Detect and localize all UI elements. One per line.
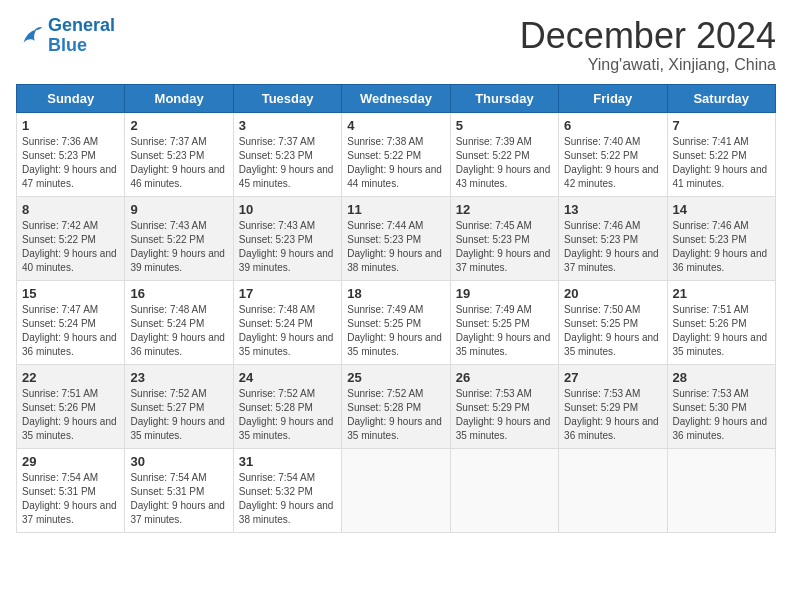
calendar-cell: 27Sunrise: 7:53 AMSunset: 5:29 PMDayligh…: [559, 364, 667, 448]
calendar-cell: 25Sunrise: 7:52 AMSunset: 5:28 PMDayligh…: [342, 364, 450, 448]
col-header-wednesday: Wednesday: [342, 84, 450, 112]
calendar-cell: 16Sunrise: 7:48 AMSunset: 5:24 PMDayligh…: [125, 280, 233, 364]
calendar-cell: 10Sunrise: 7:43 AMSunset: 5:23 PMDayligh…: [233, 196, 341, 280]
day-number: 5: [456, 118, 553, 133]
day-detail: Sunrise: 7:50 AMSunset: 5:25 PMDaylight:…: [564, 303, 661, 359]
calendar-week-1: 1Sunrise: 7:36 AMSunset: 5:23 PMDaylight…: [17, 112, 776, 196]
day-number: 2: [130, 118, 227, 133]
day-number: 28: [673, 370, 770, 385]
col-header-tuesday: Tuesday: [233, 84, 341, 112]
calendar-cell: [342, 448, 450, 532]
day-detail: Sunrise: 7:51 AMSunset: 5:26 PMDaylight:…: [22, 387, 119, 443]
day-detail: Sunrise: 7:46 AMSunset: 5:23 PMDaylight:…: [564, 219, 661, 275]
day-number: 24: [239, 370, 336, 385]
calendar-cell: 18Sunrise: 7:49 AMSunset: 5:25 PMDayligh…: [342, 280, 450, 364]
day-number: 19: [456, 286, 553, 301]
day-number: 23: [130, 370, 227, 385]
day-detail: Sunrise: 7:53 AMSunset: 5:29 PMDaylight:…: [456, 387, 553, 443]
day-detail: Sunrise: 7:38 AMSunset: 5:22 PMDaylight:…: [347, 135, 444, 191]
day-number: 1: [22, 118, 119, 133]
day-number: 12: [456, 202, 553, 217]
calendar-week-5: 29Sunrise: 7:54 AMSunset: 5:31 PMDayligh…: [17, 448, 776, 532]
calendar-cell: 19Sunrise: 7:49 AMSunset: 5:25 PMDayligh…: [450, 280, 558, 364]
day-number: 26: [456, 370, 553, 385]
day-number: 14: [673, 202, 770, 217]
day-detail: Sunrise: 7:43 AMSunset: 5:23 PMDaylight:…: [239, 219, 336, 275]
day-number: 20: [564, 286, 661, 301]
day-detail: Sunrise: 7:49 AMSunset: 5:25 PMDaylight:…: [347, 303, 444, 359]
month-title: December 2024: [520, 16, 776, 56]
location-subtitle: Ying'awati, Xinjiang, China: [520, 56, 776, 74]
day-number: 25: [347, 370, 444, 385]
calendar-table: SundayMondayTuesdayWednesdayThursdayFrid…: [16, 84, 776, 533]
day-number: 11: [347, 202, 444, 217]
day-number: 29: [22, 454, 119, 469]
calendar-cell: 3Sunrise: 7:37 AMSunset: 5:23 PMDaylight…: [233, 112, 341, 196]
calendar-cell: 29Sunrise: 7:54 AMSunset: 5:31 PMDayligh…: [17, 448, 125, 532]
calendar-cell: [559, 448, 667, 532]
calendar-cell: 17Sunrise: 7:48 AMSunset: 5:24 PMDayligh…: [233, 280, 341, 364]
calendar-cell: 1Sunrise: 7:36 AMSunset: 5:23 PMDaylight…: [17, 112, 125, 196]
logo: General Blue: [16, 16, 115, 56]
day-detail: Sunrise: 7:48 AMSunset: 5:24 PMDaylight:…: [239, 303, 336, 359]
day-number: 18: [347, 286, 444, 301]
day-detail: Sunrise: 7:43 AMSunset: 5:22 PMDaylight:…: [130, 219, 227, 275]
day-detail: Sunrise: 7:46 AMSunset: 5:23 PMDaylight:…: [673, 219, 770, 275]
col-header-thursday: Thursday: [450, 84, 558, 112]
day-detail: Sunrise: 7:42 AMSunset: 5:22 PMDaylight:…: [22, 219, 119, 275]
day-detail: Sunrise: 7:39 AMSunset: 5:22 PMDaylight:…: [456, 135, 553, 191]
col-header-saturday: Saturday: [667, 84, 775, 112]
day-number: 21: [673, 286, 770, 301]
day-detail: Sunrise: 7:40 AMSunset: 5:22 PMDaylight:…: [564, 135, 661, 191]
day-detail: Sunrise: 7:53 AMSunset: 5:29 PMDaylight:…: [564, 387, 661, 443]
day-number: 16: [130, 286, 227, 301]
calendar-cell: 20Sunrise: 7:50 AMSunset: 5:25 PMDayligh…: [559, 280, 667, 364]
day-detail: Sunrise: 7:44 AMSunset: 5:23 PMDaylight:…: [347, 219, 444, 275]
calendar-cell: 28Sunrise: 7:53 AMSunset: 5:30 PMDayligh…: [667, 364, 775, 448]
day-number: 27: [564, 370, 661, 385]
calendar-cell: 8Sunrise: 7:42 AMSunset: 5:22 PMDaylight…: [17, 196, 125, 280]
page-header: General Blue December 2024 Ying'awati, X…: [16, 16, 776, 74]
col-header-friday: Friday: [559, 84, 667, 112]
title-block: December 2024 Ying'awati, Xinjiang, Chin…: [520, 16, 776, 74]
day-detail: Sunrise: 7:48 AMSunset: 5:24 PMDaylight:…: [130, 303, 227, 359]
logo-text: General Blue: [48, 16, 115, 56]
col-header-monday: Monday: [125, 84, 233, 112]
calendar-cell: 22Sunrise: 7:51 AMSunset: 5:26 PMDayligh…: [17, 364, 125, 448]
day-detail: Sunrise: 7:45 AMSunset: 5:23 PMDaylight:…: [456, 219, 553, 275]
calendar-cell: 4Sunrise: 7:38 AMSunset: 5:22 PMDaylight…: [342, 112, 450, 196]
day-detail: Sunrise: 7:54 AMSunset: 5:31 PMDaylight:…: [22, 471, 119, 527]
day-number: 22: [22, 370, 119, 385]
day-detail: Sunrise: 7:53 AMSunset: 5:30 PMDaylight:…: [673, 387, 770, 443]
day-number: 6: [564, 118, 661, 133]
calendar-cell: 24Sunrise: 7:52 AMSunset: 5:28 PMDayligh…: [233, 364, 341, 448]
calendar-cell: 2Sunrise: 7:37 AMSunset: 5:23 PMDaylight…: [125, 112, 233, 196]
col-header-sunday: Sunday: [17, 84, 125, 112]
calendar-week-4: 22Sunrise: 7:51 AMSunset: 5:26 PMDayligh…: [17, 364, 776, 448]
day-number: 13: [564, 202, 661, 217]
day-detail: Sunrise: 7:52 AMSunset: 5:28 PMDaylight:…: [347, 387, 444, 443]
day-number: 7: [673, 118, 770, 133]
day-detail: Sunrise: 7:54 AMSunset: 5:32 PMDaylight:…: [239, 471, 336, 527]
calendar-week-2: 8Sunrise: 7:42 AMSunset: 5:22 PMDaylight…: [17, 196, 776, 280]
logo-icon: [16, 22, 44, 50]
day-number: 3: [239, 118, 336, 133]
calendar-cell: 11Sunrise: 7:44 AMSunset: 5:23 PMDayligh…: [342, 196, 450, 280]
day-number: 31: [239, 454, 336, 469]
calendar-cell: 14Sunrise: 7:46 AMSunset: 5:23 PMDayligh…: [667, 196, 775, 280]
day-number: 10: [239, 202, 336, 217]
calendar-cell: 7Sunrise: 7:41 AMSunset: 5:22 PMDaylight…: [667, 112, 775, 196]
day-detail: Sunrise: 7:37 AMSunset: 5:23 PMDaylight:…: [130, 135, 227, 191]
calendar-cell: 30Sunrise: 7:54 AMSunset: 5:31 PMDayligh…: [125, 448, 233, 532]
day-detail: Sunrise: 7:47 AMSunset: 5:24 PMDaylight:…: [22, 303, 119, 359]
day-detail: Sunrise: 7:52 AMSunset: 5:27 PMDaylight:…: [130, 387, 227, 443]
calendar-cell: 26Sunrise: 7:53 AMSunset: 5:29 PMDayligh…: [450, 364, 558, 448]
day-number: 9: [130, 202, 227, 217]
calendar-cell: [667, 448, 775, 532]
day-detail: Sunrise: 7:49 AMSunset: 5:25 PMDaylight:…: [456, 303, 553, 359]
day-number: 8: [22, 202, 119, 217]
calendar-week-3: 15Sunrise: 7:47 AMSunset: 5:24 PMDayligh…: [17, 280, 776, 364]
calendar-cell: 15Sunrise: 7:47 AMSunset: 5:24 PMDayligh…: [17, 280, 125, 364]
calendar-cell: 23Sunrise: 7:52 AMSunset: 5:27 PMDayligh…: [125, 364, 233, 448]
calendar-cell: 9Sunrise: 7:43 AMSunset: 5:22 PMDaylight…: [125, 196, 233, 280]
